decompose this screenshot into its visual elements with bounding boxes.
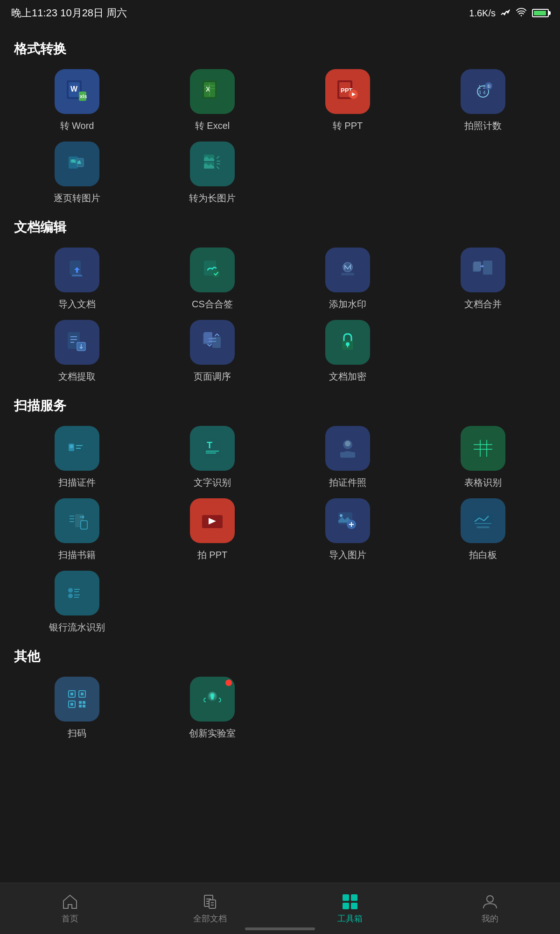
item-photo-count[interactable]: 1 2 3 4 ① 拍照计数 <box>420 69 546 132</box>
item-to-excel[interactable]: X 转 Excel <box>149 69 275 132</box>
label-extract-doc: 文档提取 <box>58 370 96 383</box>
bank-ocr-icon <box>64 580 90 606</box>
import-img-icon <box>335 508 361 534</box>
svg-point-83 <box>340 514 343 517</box>
item-lab[interactable]: 创新实验室 <box>149 677 275 740</box>
item-scan-book[interactable]: 扫描书籍 <box>14 498 140 561</box>
nav-profile[interactable]: 我的 <box>420 893 560 924</box>
nav-toolbox[interactable]: 工具箱 <box>280 893 420 924</box>
network-speed: 1.6K/s <box>469 8 496 19</box>
label-cs-sign: CS合合签 <box>192 298 233 311</box>
item-to-word[interactable]: W xls 转 Word <box>14 69 140 132</box>
item-shoot-ppt[interactable]: 拍 PPT <box>149 498 275 561</box>
icon-bg-scan-book <box>55 498 99 543</box>
label-to-ppt: 转 PPT <box>333 120 363 132</box>
item-watermark[interactable]: 添加水印 <box>285 248 411 311</box>
label-to-long-img: 转为长图片 <box>189 192 236 205</box>
section-title-doc-edit: 文档编辑 <box>14 219 546 236</box>
page-img-icon <box>64 151 90 177</box>
scan-book-icon <box>64 508 90 534</box>
svg-rect-103 <box>81 693 84 695</box>
item-qrcode[interactable]: 扫码 <box>14 677 140 740</box>
icon-bg-qrcode <box>55 677 99 722</box>
svg-point-97 <box>68 594 73 598</box>
item-to-long-img[interactable]: 转为长图片 <box>149 142 275 205</box>
svg-point-63 <box>345 441 350 446</box>
svg-rect-109 <box>83 705 85 708</box>
extract-doc-icon <box>64 329 90 355</box>
item-reorder-page[interactable]: 页面调序 <box>149 320 275 383</box>
section-title-scan: 扫描服务 <box>14 397 546 415</box>
item-bank-ocr[interactable]: 银行流水识别 <box>14 571 140 634</box>
svg-point-32 <box>212 270 220 277</box>
item-id-photo[interactable]: 拍证件照 <box>285 426 411 489</box>
icon-bg-watermark <box>325 248 370 292</box>
nav-label-all-docs: 全部文档 <box>193 913 227 924</box>
label-merge-doc: 文档合并 <box>464 298 502 311</box>
reorder-page-icon <box>199 329 225 355</box>
label-ocr-text: 文字识别 <box>194 476 231 489</box>
item-extract-doc[interactable]: 文档提取 <box>14 320 140 383</box>
icon-bg-cs-sign <box>190 248 235 292</box>
long-img-icon <box>199 151 225 177</box>
svg-point-94 <box>68 588 73 593</box>
svg-rect-34 <box>341 273 354 276</box>
svg-point-0 <box>521 15 522 16</box>
svg-text:W: W <box>70 85 78 93</box>
nav-all-docs[interactable]: 全部文档 <box>140 893 280 924</box>
label-scan-id: 扫描证件 <box>58 476 96 489</box>
home-nav-icon <box>62 893 78 910</box>
icon-bg-word: W xls <box>55 69 99 114</box>
icon-bg-excel: X <box>190 69 235 114</box>
svg-text:T: T <box>207 440 212 450</box>
item-scan-id[interactable]: 扫描证件 <box>14 426 140 489</box>
item-import-doc[interactable]: 导入文档 <box>14 248 140 311</box>
svg-rect-125 <box>351 903 357 909</box>
item-import-img[interactable]: 导入图片 <box>285 498 411 561</box>
label-import-img: 导入图片 <box>329 549 366 561</box>
svg-rect-106 <box>79 701 82 704</box>
status-time: 晚上11:23 10月28日 周六 <box>11 6 127 20</box>
label-whiteboard: 拍白板 <box>469 549 497 561</box>
nav-home[interactable]: 首页 <box>0 893 140 924</box>
doc-edit-grid: 导入文档 CS合合签 <box>14 248 546 383</box>
bottom-navigation: 首页 全部文档 工具箱 我的 <box>0 883 560 934</box>
qrcode-icon <box>64 686 90 712</box>
section-other: 其他 <box>14 648 546 740</box>
label-watermark: 添加水印 <box>329 298 366 311</box>
photo-count-icon: 1 2 3 4 ① <box>470 78 496 105</box>
label-to-excel: 转 Excel <box>195 120 230 132</box>
icon-bg-long-img <box>190 142 235 186</box>
svg-text:1: 1 <box>478 85 481 90</box>
label-qrcode: 扫码 <box>68 727 86 740</box>
item-whiteboard[interactable]: 拍白板 <box>420 498 546 561</box>
svg-text:xls: xls <box>80 93 87 99</box>
svg-rect-37 <box>483 261 492 275</box>
import-doc-icon <box>64 257 90 283</box>
item-merge-doc[interactable]: 文档合并 <box>420 248 546 311</box>
item-table-ocr[interactable]: 表格识别 <box>420 426 546 489</box>
icon-bg-extract <box>55 320 99 365</box>
item-cs-sign[interactable]: CS合合签 <box>149 248 275 311</box>
encrypt-doc-icon <box>335 329 361 355</box>
section-title-other: 其他 <box>14 648 546 665</box>
icon-bg-ocr: T <box>190 426 235 471</box>
status-bar: 晚上11:23 10月28日 周六 1.6K/s <box>0 0 560 26</box>
label-encrypt-doc: 文档加密 <box>329 370 366 383</box>
item-to-ppt[interactable]: PPT 转 PPT <box>285 69 411 132</box>
label-shoot-ppt: 拍 PPT <box>197 549 227 561</box>
item-encrypt-doc[interactable]: 文档加密 <box>285 320 411 383</box>
svg-rect-65 <box>474 440 492 457</box>
red-dot-badge <box>225 679 232 686</box>
item-ocr-text[interactable]: T 文字识别 <box>149 426 275 489</box>
icon-bg-ppt: PPT <box>325 69 370 114</box>
section-scan-service: 扫描服务 扫描证件 <box>14 397 546 634</box>
signal-icon <box>500 8 511 18</box>
item-page-to-img[interactable]: 逐页转图片 <box>14 142 140 205</box>
label-bank-ocr: 银行流水识别 <box>49 621 105 634</box>
icon-bg-whiteboard <box>461 498 505 543</box>
svg-rect-124 <box>343 903 349 909</box>
svg-point-126 <box>487 896 493 902</box>
svg-rect-64 <box>340 452 355 458</box>
svg-rect-105 <box>70 703 73 706</box>
